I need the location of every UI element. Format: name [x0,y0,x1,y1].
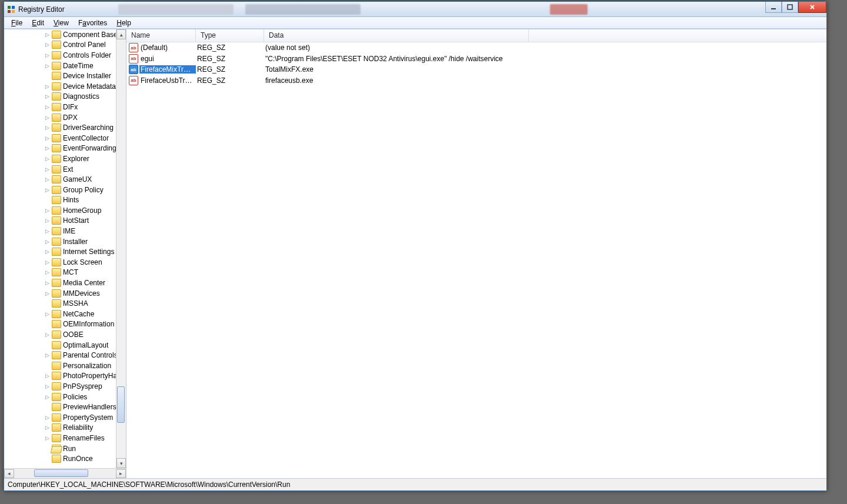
tree-item[interactable]: ▷Installer [4,236,126,247]
expand-triangle-icon[interactable]: ▷ [44,425,51,431]
scroll-thumb[interactable] [34,469,88,477]
expand-triangle-icon[interactable]: ▷ [44,31,51,38]
expand-triangle-icon[interactable]: ▷ [44,383,51,389]
tree-item[interactable]: ▷Internet Settings [4,246,126,257]
expand-triangle-icon[interactable]: ▷ [44,186,51,193]
maximize-button[interactable] [782,2,798,13]
menu-file[interactable]: FFileile [6,18,27,28]
expand-triangle-icon[interactable]: ▷ [44,42,51,48]
expand-triangle-icon[interactable]: ▷ [44,393,51,400]
expand-triangle-icon[interactable]: ▷ [44,145,51,152]
menu-help[interactable]: HelpHelp [112,18,136,28]
expand-triangle-icon[interactable]: ▷ [44,290,51,296]
expand-triangle-icon[interactable]: ▷ [44,249,51,255]
tree-item[interactable]: ▷OEMInformation [4,319,126,330]
tree-item[interactable]: ▷Device Metadata [4,81,126,92]
expand-triangle-icon[interactable]: ▷ [44,114,51,121]
column-header-name[interactable]: Name [126,29,196,42]
tree-item[interactable]: ▷Explorer [4,153,126,164]
tree-item[interactable]: ▷MSSHA [4,298,126,309]
expand-triangle-icon[interactable]: ▷ [44,218,51,224]
tree-item[interactable]: ▷Hints [4,195,126,206]
expand-triangle-icon[interactable]: ▷ [44,104,51,110]
expand-triangle-icon[interactable]: ▷ [44,280,51,286]
tree-item[interactable]: ▷DPX [4,112,126,123]
expand-triangle-icon[interactable]: ▷ [44,62,51,69]
tree-item[interactable]: ▷Device Installer [4,71,126,81]
tree-item[interactable]: ▷DriverSearching [4,122,126,133]
scroll-left-arrow-icon[interactable]: ◂ [4,469,14,478]
tree-item[interactable]: ▷RunOnce [4,453,126,464]
expand-triangle-icon[interactable]: ▷ [44,259,51,265]
expand-triangle-icon[interactable]: ▷ [44,228,51,235]
tree-item[interactable]: ▷HotStart [4,216,126,226]
expand-triangle-icon[interactable]: ▷ [44,414,51,420]
registry-value-row[interactable]: abeguiREG_SZ"C:\Program Files\ESET\ESET … [126,54,826,65]
tree-item[interactable]: ▷HomeGroup [4,205,126,216]
scroll-thumb[interactable] [117,386,125,423]
tree-item[interactable]: ▷Group Policy [4,185,126,195]
registry-value-row[interactable]: abFirefaceMixTray2REG_SZTotalMixFX.exe [126,64,826,75]
expand-triangle-icon[interactable]: ▷ [44,269,51,276]
expand-triangle-icon[interactable]: ▷ [44,435,51,441]
tree-scroll-viewport[interactable]: ▷Component Based▷Control Panel▷Controls … [4,29,126,468]
tree-item[interactable]: ▷MCT [4,268,126,278]
registry-value-row[interactable]: ab(Default)REG_SZ(value not set) [126,42,826,54]
tree-item[interactable]: ▷EventCollector [4,133,126,143]
tree-item[interactable]: ▷IME [4,226,126,236]
expand-triangle-icon[interactable]: ▷ [44,52,51,58]
tree-item[interactable]: ▷OOBE [4,329,126,340]
expand-triangle-icon[interactable]: ▷ [44,166,51,172]
tree-item[interactable]: ▷RenameFiles [4,433,126,443]
tree-item[interactable]: ▷Lock Screen [4,257,126,268]
tree-item[interactable]: ▷PnPSysprep [4,381,126,392]
expand-triangle-icon[interactable]: ▷ [44,352,51,359]
expand-triangle-icon[interactable]: ▷ [44,125,51,131]
scroll-track[interactable] [116,39,126,458]
tree-item[interactable]: ▷GameUX [4,174,126,185]
tree-vertical-scrollbar[interactable]: ▴ ▾ [116,29,126,468]
tree-item[interactable]: ▷Reliability [4,423,126,433]
tree-item[interactable]: ▷Ext [4,164,126,175]
expand-triangle-icon[interactable]: ▷ [44,373,51,379]
menu-edit[interactable]: EditEdit [27,18,49,28]
menu-view[interactable]: ViewView [49,18,74,28]
tree-item[interactable]: ▷DateTime [4,61,126,71]
expand-triangle-icon[interactable]: ▷ [44,83,51,89]
tree-item[interactable]: ▷OptimalLayout [4,340,126,351]
tree-item[interactable]: ▷Component Based [4,29,126,40]
tree-item[interactable]: ▷Diagnostics [4,92,126,102]
list-body[interactable]: ab(Default)REG_SZ(value not set)abeguiRE… [126,42,826,478]
titlebar[interactable]: Registry Editor [4,2,826,17]
close-button[interactable] [798,2,826,13]
tree-item[interactable]: ▷Parental Controls [4,350,126,361]
tree-item[interactable]: ▷Run [4,443,126,454]
expand-triangle-icon[interactable]: ▷ [44,332,51,338]
tree-item[interactable]: ▷PropertySystem [4,412,126,423]
column-header-type[interactable]: Type [196,29,264,42]
tree-item[interactable]: ▷PhotoPropertyHan [4,371,126,382]
column-header-data[interactable]: Data [264,29,529,42]
registry-value-row[interactable]: abFirefaceUsbTray1REG_SZfirefaceusb.exe [126,75,826,86]
tree-item[interactable]: ▷EventForwarding [4,143,126,154]
scroll-up-arrow-icon[interactable]: ▴ [116,29,126,39]
tree-item[interactable]: ▷MMDevices [4,288,126,299]
tree-item[interactable]: ▷DIFx [4,102,126,112]
expand-triangle-icon[interactable]: ▷ [44,238,51,245]
tree-horizontal-scrollbar[interactable]: ◂ ▸ [4,468,126,478]
minimize-button[interactable] [765,2,782,13]
expand-triangle-icon[interactable]: ▷ [44,155,51,162]
tree-item[interactable]: ▷NetCache [4,309,126,319]
tree-item[interactable]: ▷PreviewHandlers [4,402,126,412]
expand-triangle-icon[interactable]: ▷ [44,94,51,100]
expand-triangle-icon[interactable]: ▷ [44,311,51,317]
tree-item[interactable]: ▷Personalization [4,361,126,371]
tree-item[interactable]: ▷Media Center [4,278,126,288]
scroll-track[interactable] [14,469,116,478]
scroll-right-arrow-icon[interactable]: ▸ [116,469,126,478]
tree-item[interactable]: ▷Controls Folder [4,50,126,61]
expand-triangle-icon[interactable]: ▷ [44,207,51,213]
tree-item[interactable]: ▷Control Panel [4,40,126,51]
scroll-down-arrow-icon[interactable]: ▾ [116,458,126,468]
expand-triangle-icon[interactable]: ▷ [44,135,51,141]
